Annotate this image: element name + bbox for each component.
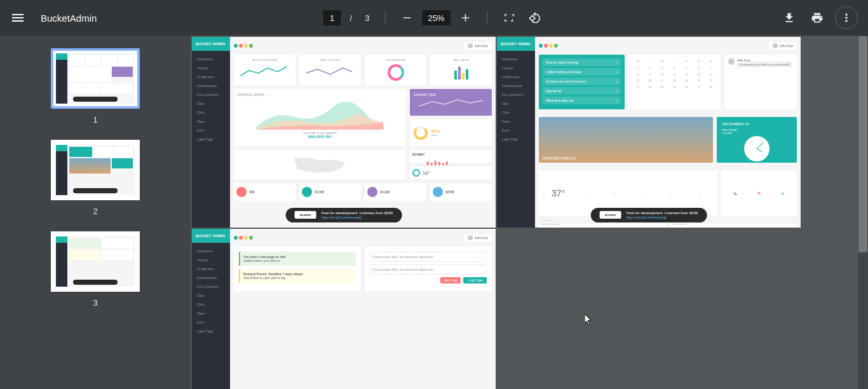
nav-list: Dashboard Layouts UI Elements Fontawesom… bbox=[192, 51, 230, 147]
download-button[interactable] bbox=[779, 8, 799, 28]
nav-item: Data bbox=[192, 99, 230, 108]
thumbnail-sidebar[interactable]: 1 2 bbox=[0, 36, 191, 389]
menu-button[interactable] bbox=[10, 10, 25, 25]
watermark-banner: IRONPDF Free for development. Licenses f… bbox=[591, 208, 707, 222]
rotate-button[interactable] bbox=[524, 8, 545, 28]
page-1: BUCKET ADMIN Dashboard Layouts UI Elemen… bbox=[192, 37, 496, 228]
fit-page-button[interactable] bbox=[499, 8, 519, 28]
divider bbox=[487, 11, 487, 24]
january-widget: JANUARY 2015 bbox=[410, 89, 492, 116]
task-panel: Donec quam felis, dui cras reno dapibus … bbox=[365, 247, 492, 291]
stat-comments: 34,320 bbox=[365, 183, 426, 201]
pages-grid: BUCKET ADMIN Dashboard Layouts UI Elemen… bbox=[192, 37, 867, 389]
todo-widget: Director board meeting› Coffee making wo… bbox=[539, 55, 625, 109]
page-3: BUCKET ADMIN Dashboard Layouts UI Elemen… bbox=[192, 229, 496, 389]
calendar-widget: MTWTFSS 1234567 891011121314 15161718192… bbox=[628, 55, 721, 109]
nav-item: Fontawesome bbox=[192, 81, 230, 90]
plus-icon bbox=[459, 11, 471, 24]
nav-item: Maps bbox=[192, 117, 230, 126]
card-daily-visitors: DAILY VISITORS bbox=[299, 55, 361, 85]
nav-item: Form Elements bbox=[192, 90, 230, 99]
card-daily-sales: DAILY SALES bbox=[430, 55, 492, 85]
page-content[interactable]: BUCKET ADMIN Dashboard Layouts UI Elemen… bbox=[191, 36, 868, 389]
thumbnail-1[interactable] bbox=[51, 48, 140, 109]
divider bbox=[384, 11, 385, 24]
thumbnail-wrap-1: 1 bbox=[0, 48, 191, 125]
nav-item: Extra bbox=[192, 126, 230, 135]
stat-views: 32720 bbox=[430, 183, 492, 201]
stat-users: 320 bbox=[234, 183, 295, 201]
dashboard-main: John Doe MONTHLY EXPENSE DAILY VISITORS … bbox=[230, 37, 496, 228]
ironpdf-logo: IRONPDF bbox=[295, 211, 316, 219]
zoom-out-button[interactable] bbox=[397, 8, 417, 28]
zoom-in-button[interactable] bbox=[455, 8, 475, 28]
add-task-button: + Add Task bbox=[463, 277, 487, 283]
thumbnail-3[interactable] bbox=[51, 231, 140, 292]
print-icon bbox=[811, 11, 824, 24]
thumbnail-num-2: 2 bbox=[93, 207, 97, 216]
clock-widget: DECEMBER 14 2016 FRIDAY 7:53 PM bbox=[717, 117, 797, 163]
scroll-thumb[interactable] bbox=[858, 36, 867, 252]
page-total: 3 bbox=[365, 13, 369, 23]
note-yellow: Demand Permit. Deadline 7 days ahead cli… bbox=[239, 269, 356, 283]
right-controls bbox=[779, 6, 858, 29]
rotate-icon bbox=[528, 11, 541, 24]
zoom-input[interactable] bbox=[422, 10, 450, 25]
chat-widget: John CurryI'm waiting for you! What are … bbox=[724, 55, 797, 109]
svg-rect-1 bbox=[430, 163, 432, 165]
earning-graph: EARNING GRAPH THIS YEAR TOTAL EARNING 96… bbox=[234, 89, 406, 146]
fit-icon bbox=[503, 11, 515, 24]
map-icon bbox=[288, 153, 351, 176]
nav-item: Layouts bbox=[192, 64, 230, 72]
watermark-banner: IRONPDF Free for development. Licenses f… bbox=[286, 208, 402, 222]
page-2: BUCKET ADMIN Dashboard Layouts UI Elemen… bbox=[497, 37, 801, 228]
dashboard-sidebar: BUCKET ADMIN Dashboard Layouts UI Elemen… bbox=[192, 37, 230, 228]
note-green: You have 4 message on hall Letters below… bbox=[239, 252, 356, 266]
pdf-toolbar: BucketAdmin / 3 bbox=[0, 0, 868, 36]
main-area: 1 2 bbox=[0, 36, 868, 389]
thumbnail-num-3: 3 bbox=[93, 298, 97, 308]
center-controls: / 3 bbox=[323, 8, 545, 28]
stat-posts: 22,450 bbox=[299, 183, 361, 201]
nav-item: Dashboard bbox=[192, 55, 230, 64]
edit-task-button: Edit Task bbox=[440, 277, 461, 283]
weather-hero: WEATHER FORECAST bbox=[539, 117, 713, 163]
user-badge: John Doe bbox=[464, 42, 492, 50]
download-icon bbox=[783, 11, 796, 24]
notifications-panel: You have 4 message on hall Letters below… bbox=[234, 247, 361, 291]
brand-text: BUCKET ADMIN bbox=[196, 42, 225, 46]
chat-icon bbox=[412, 169, 420, 177]
svg-rect-2 bbox=[434, 161, 436, 165]
page-input[interactable] bbox=[323, 10, 341, 25]
more-vert-icon bbox=[840, 11, 853, 24]
thumbnail-wrap-3: 3 bbox=[0, 231, 191, 308]
card-top-advertise: TOP ADVERTISE bbox=[365, 55, 426, 85]
nav-item: Chart bbox=[192, 108, 230, 117]
thumbnail-wrap-2: 2 bbox=[0, 140, 191, 216]
svg-rect-0 bbox=[426, 161, 428, 165]
thumbnail-num-1: 1 bbox=[93, 115, 97, 125]
svg-rect-4 bbox=[442, 163, 444, 165]
hamburger-icon bbox=[10, 10, 25, 25]
sales-widget: 65%Sales bbox=[410, 119, 492, 146]
svg-rect-5 bbox=[445, 161, 447, 165]
more-button[interactable] bbox=[835, 6, 858, 29]
nav-item: Login Page bbox=[192, 135, 230, 144]
card-monthly-expense: MONTHLY EXPENSE bbox=[234, 55, 295, 85]
minus-icon bbox=[400, 11, 413, 24]
document-title: BucketAdmin bbox=[41, 13, 97, 24]
scrollbar[interactable] bbox=[858, 36, 868, 389]
page-separator: / bbox=[350, 13, 353, 23]
svg-rect-3 bbox=[438, 162, 440, 165]
print-button[interactable] bbox=[807, 8, 827, 28]
thumbnail-2[interactable] bbox=[51, 140, 140, 200]
nav-item: UI Elements bbox=[192, 72, 230, 81]
donut-icon bbox=[388, 64, 404, 81]
